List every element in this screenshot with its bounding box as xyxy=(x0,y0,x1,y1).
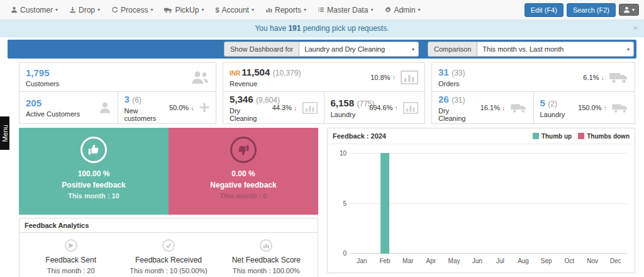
chart-legend: Thumb up Thumbs down xyxy=(533,133,630,140)
nav-item-account[interactable]: $Account▾ xyxy=(209,0,260,20)
nav-item-label: Reports xyxy=(275,6,301,14)
thumbs-up-icon xyxy=(80,137,107,163)
nav-item-label: Account xyxy=(222,6,249,14)
chart-column-aug xyxy=(512,153,535,254)
bar-chart-icon xyxy=(303,102,318,114)
nav-item-process[interactable]: Process▾ xyxy=(106,0,158,20)
truck-icon xyxy=(511,103,527,113)
x-tick-apr: Apr xyxy=(419,257,443,264)
send-icon xyxy=(65,239,77,252)
positive-label: Positive feedback xyxy=(62,181,125,189)
arrow-up-icon: ↑ xyxy=(395,104,399,111)
laundry-revenue-value: 6,158 xyxy=(331,98,355,108)
masterdata-icon xyxy=(318,6,325,13)
chart-column-sep xyxy=(535,153,558,254)
revenue-card: INR11,504 (10,379) Revenue 10.8% ↑ xyxy=(223,62,425,92)
received-icon xyxy=(162,239,175,252)
drop-icon xyxy=(69,6,76,13)
nav-item-label: PickUp xyxy=(175,6,199,14)
negative-label: Negative feedback xyxy=(210,181,276,189)
net-feedback-score-item: Net Feedback Score This month : 100.00% xyxy=(218,239,315,274)
edit-button[interactable]: Edit (F4) xyxy=(525,3,564,17)
nav-item-customer[interactable]: Customer▾ xyxy=(5,0,64,20)
nav-item-label: Customer xyxy=(20,6,53,14)
arrow-down-icon: ↓ xyxy=(294,104,297,111)
chevron-down-icon: ▾ xyxy=(201,7,204,13)
nav-item-master-data[interactable]: Master Data▾ xyxy=(312,0,379,20)
bar-feb-thumb-up xyxy=(380,153,389,254)
x-tick-sep: Sep xyxy=(535,257,558,264)
pending-pickup-alert: You have 191 pending pick up requests. × xyxy=(0,20,644,37)
pending-count: 191 xyxy=(288,24,301,33)
user-menu-button[interactable]: ▾ xyxy=(619,4,639,16)
comparison-select[interactable]: This month vs. Last month ▾ xyxy=(477,42,634,57)
chevron-down-icon: ▾ xyxy=(304,7,306,13)
chart-bars xyxy=(350,153,627,254)
revenue-prev: (10,379) xyxy=(273,69,301,77)
nav-item-drop[interactable]: Drop▾ xyxy=(64,0,106,20)
navbar-actions: Edit (F4) Search (F2) ▾ xyxy=(525,3,639,17)
x-tick-mar: Mar xyxy=(396,257,419,264)
orders-card: 31 (33) Orders 6.1% ↓ xyxy=(431,62,635,92)
laundry-orders-label: Laundry xyxy=(540,111,565,118)
positive-percent: 100.00 % xyxy=(78,169,110,178)
nav-item-label: Drop xyxy=(79,6,95,14)
chart-column-jul xyxy=(489,153,512,254)
bar-chart-icon xyxy=(403,102,418,114)
active-customers-card: 205 Active Customers xyxy=(19,91,118,124)
currency-label: INR xyxy=(230,70,240,77)
legend-thumb-up[interactable]: Thumb up xyxy=(533,133,572,140)
laundry-orders-change: 150.0% ↑ xyxy=(574,104,607,111)
search-button[interactable]: Search (F2) xyxy=(567,3,616,17)
chevron-down-icon: ▾ xyxy=(627,47,630,52)
feedback-sent-label: Feedback Sent xyxy=(45,256,96,264)
dashboard-select[interactable]: Laundry and Dry Cleaning ▾ xyxy=(299,42,419,57)
user-icon xyxy=(623,6,630,13)
customers-column: 1,795 Customers 205 Active Customers xyxy=(19,62,216,124)
x-tick-may: May xyxy=(443,257,466,264)
chevron-down-icon: ▾ xyxy=(412,47,414,52)
chart-column-apr xyxy=(419,153,443,254)
thumbs-down-icon xyxy=(230,137,257,163)
legend-swatch-pink xyxy=(578,133,584,139)
nav-item-reports[interactable]: Reports▾ xyxy=(260,0,312,20)
nav-item-admin[interactable]: Admin▾ xyxy=(379,0,426,20)
nav-item-pickup[interactable]: PickUp▾ xyxy=(158,0,209,20)
new-customers-card: 3 (6) New customers 50.0% ↓ + xyxy=(118,91,217,124)
dc-orders-value: 26 xyxy=(438,94,449,105)
active-customers-value: 205 xyxy=(26,98,80,108)
top-navbar: Customer▾Drop▾Process▾PickUp▾$Account▾Re… xyxy=(0,0,644,20)
arrow-up-icon: ↑ xyxy=(392,74,396,81)
laundry-revenue-label: Laundry xyxy=(331,111,366,118)
alert-text: You have 191 pending pick up requests. xyxy=(255,24,389,33)
nav-item-label: Master Data xyxy=(327,6,368,14)
chart-column-feb xyxy=(374,153,397,254)
dry-cleaning-revenue-card: 5,346 (9,604) Dry Cleaning 44.3% ↓ xyxy=(223,91,325,124)
customer-icon xyxy=(11,6,18,13)
negative-month: This month : 0 xyxy=(219,192,267,200)
close-icon[interactable]: × xyxy=(633,23,638,33)
net-feedback-score-value: This month : 100.00% xyxy=(233,267,300,274)
feedback-sent-value: This month : 20 xyxy=(47,267,95,274)
negative-percent: 0.00 % xyxy=(231,169,255,178)
revenue-label: Revenue xyxy=(230,80,301,88)
feedback-analytics-title: Feedback Analytics xyxy=(19,218,318,233)
menu-tab[interactable]: Menu xyxy=(0,116,9,150)
chevron-down-icon: ▾ xyxy=(370,7,373,13)
orders-change: 6.1% ↓ xyxy=(579,74,604,81)
x-tick-nov: Nov xyxy=(581,257,604,264)
dc-orders-label: Dry Cleaning xyxy=(438,107,477,122)
process-icon xyxy=(111,6,118,13)
legend-swatch-teal xyxy=(533,133,539,139)
dollar-icon: $ xyxy=(215,6,219,14)
people-group-icon xyxy=(191,71,209,84)
revenue-value: 11,504 xyxy=(242,67,270,77)
laundry-orders-value: 5 xyxy=(540,98,545,108)
legend-thumbs-down[interactable]: Thumbs down xyxy=(578,133,630,140)
arrow-down-icon: ↓ xyxy=(191,104,194,111)
y-tick-10: 10 xyxy=(334,150,347,157)
x-tick-jul: Jul xyxy=(489,257,512,264)
arrow-down-icon: ↓ xyxy=(601,74,605,81)
truck-icon xyxy=(609,71,628,84)
x-tick-jun: Jun xyxy=(465,257,489,264)
